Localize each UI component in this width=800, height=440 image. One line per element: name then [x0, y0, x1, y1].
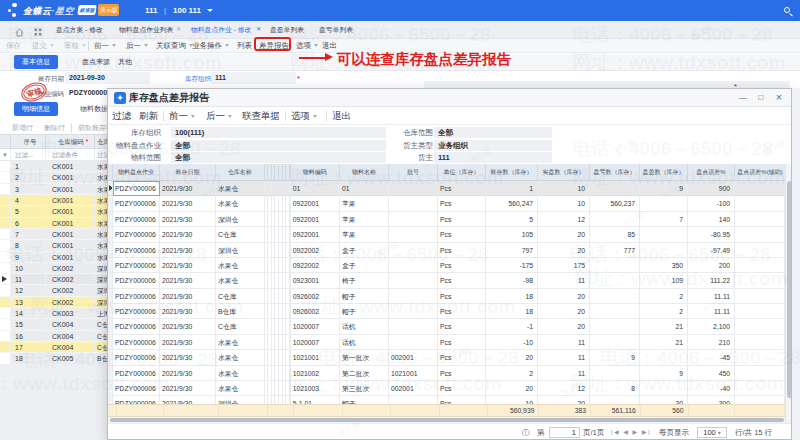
- warehouse-row[interactable]: 13CK002深圳仓: [0, 297, 107, 308]
- column-header[interactable]: 盘盈数（库存）: [640, 164, 688, 180]
- dialog-toolbar-button-2[interactable]: 刷新: [139, 107, 158, 125]
- form-tab-1[interactable]: 基本信息: [14, 55, 58, 69]
- left-panel-button-1[interactable]: 新增行: [12, 121, 33, 134]
- report-row[interactable]: PDZY0000062021/9/30水果仓1021001第一批次002001P…: [108, 350, 791, 365]
- close-icon[interactable]: ×: [771, 89, 787, 107]
- report-row[interactable]: PDZY0000062021/9/30深圳仓0922001苹果Pcs512714…: [108, 212, 791, 227]
- vertical-scrollbar[interactable]: [785, 164, 792, 440]
- report-row[interactable]: PDZY0000062021/9/30水果仓0922002盒子Pcs-17517…: [108, 258, 791, 273]
- column-header[interactable]: 实盘数（库存）: [538, 164, 590, 180]
- report-row[interactable]: PDZY0000062021/9/30C仓库0926002帽子Pcs182021…: [108, 289, 791, 304]
- doc-tab-2[interactable]: 物料盘点作业列表: [119, 21, 173, 39]
- org-field-input[interactable]: 111: [211, 72, 296, 84]
- org-caret-icon[interactable]: [207, 0, 213, 21]
- per-page-select[interactable]: 100▾: [697, 427, 727, 438]
- left-panel-button-2[interactable]: 删除行: [44, 121, 65, 134]
- report-row[interactable]: PDZY0000062021/9/30水果仓1020007话机Pcs-10112…: [108, 335, 791, 350]
- dialog-titlebar[interactable]: 库存盘点差异报告 — □ ×: [108, 89, 791, 107]
- warehouse-row[interactable]: 4CK001水果仓: [0, 195, 107, 206]
- doc-tab-5[interactable]: 盘亏单列表: [319, 21, 353, 39]
- column-header[interactable]: 仓库编码 *: [46, 135, 95, 148]
- column-header[interactable]: 账存数（库存）: [486, 164, 538, 180]
- toolbar-item-5-button[interactable]: 后一: [126, 39, 148, 53]
- column-header[interactable]: [265, 164, 291, 180]
- filter-cell[interactable]: 过滤: [95, 149, 107, 160]
- toolbar-item-10-button[interactable]: 选项: [296, 39, 318, 53]
- column-header[interactable]: [0, 135, 11, 148]
- dialog-filter-input[interactable]: 111: [434, 152, 552, 163]
- warehouse-row[interactable]: 17CK004C仓库: [0, 342, 107, 353]
- warehouse-row[interactable]: 18CK005B仓库: [0, 353, 107, 364]
- column-header[interactable]: 仓库名称: [216, 164, 265, 180]
- column-header[interactable]: 物料编码: [291, 164, 340, 180]
- minimize-icon[interactable]: —: [735, 89, 751, 107]
- report-row[interactable]: PDZY0000062021/9/30水果仓0101Pcs1109900: [108, 181, 791, 196]
- left-panel-tab-1[interactable]: 明细信息: [14, 102, 58, 116]
- report-row[interactable]: PDZY0000062021/9/30水果仓0922001苹果Pcs560,24…: [108, 196, 791, 211]
- warehouse-row[interactable]: 11CK002深圳仓: [0, 274, 107, 285]
- column-header[interactable]: 单位（库存）: [438, 164, 486, 180]
- dialog-toolbar-button-3[interactable]: 前一: [169, 107, 195, 125]
- form-tab-3[interactable]: 其他: [110, 55, 140, 69]
- report-row[interactable]: PDZY0000062021/9/30水果仓0923001椅子Pcs-98111…: [108, 273, 791, 288]
- pager-arrows[interactable]: |◀ ◀ ▶ ▶|: [611, 424, 651, 440]
- dialog-toolbar-button-5[interactable]: 联查单据: [242, 107, 280, 125]
- topbar-org-switcher[interactable]: 100 111: [173, 0, 201, 21]
- filter-icon[interactable]: ▼: [0, 149, 11, 160]
- column-header[interactable]: 批号: [389, 164, 438, 180]
- warehouse-row[interactable]: 5CK001水果仓: [0, 206, 107, 217]
- dialog-toolbar-button-7[interactable]: 退出: [332, 107, 351, 125]
- warehouse-row[interactable]: 7CK001水果仓: [0, 229, 107, 240]
- warehouse-row[interactable]: 16CK004C仓库: [0, 331, 107, 342]
- column-header[interactable]: 物料名称: [340, 164, 389, 180]
- warehouse-row[interactable]: 12CK002深圳仓: [0, 285, 107, 296]
- toolbar-item-3-button[interactable]: 审核: [64, 39, 86, 53]
- warehouse-row[interactable]: 1CK001水果仓: [0, 161, 107, 172]
- warehouse-row[interactable]: 8CK001水果仓: [0, 240, 107, 251]
- column-header[interactable]: 序号: [11, 135, 46, 148]
- maximize-icon[interactable]: □: [753, 89, 769, 107]
- warehouse-row[interactable]: 10CK002深圳仓: [0, 263, 107, 274]
- menu-grid-icon[interactable]: [34, 28, 42, 36]
- toolbar-item-4-button[interactable]: 前一: [94, 39, 116, 53]
- org-field-label[interactable]: 库存组织: [130, 75, 211, 84]
- search-icon[interactable]: [784, 7, 793, 16]
- column-header[interactable]: 盘点误差%: [688, 164, 735, 180]
- home-icon[interactable]: [15, 28, 24, 37]
- dialog-filter-input[interactable]: 全部: [434, 127, 552, 138]
- dialog-toolbar-button-6[interactable]: 选项: [291, 107, 317, 125]
- report-row[interactable]: PDZY0000062021/9/30水果仓1021003第三批次002001P…: [108, 381, 791, 396]
- doc-tab-1[interactable]: 盘点方案 - 修改: [56, 21, 103, 39]
- warehouse-row[interactable]: 3CK001水果仓: [0, 184, 107, 195]
- report-row[interactable]: PDZY0000062021/9/30B仓库0926002帽子Pcs182021…: [108, 304, 791, 319]
- column-header[interactable]: 盘点误差%(辅助): [735, 164, 785, 180]
- filter-cell[interactable]: 过滤条件: [46, 149, 95, 160]
- column-header[interactable]: 盘亏数（库存）: [590, 164, 640, 180]
- report-row[interactable]: PDZY0000062021/9/30C仓库1020007话机Pcs-12021…: [108, 319, 791, 334]
- page-input[interactable]: 1: [549, 427, 580, 438]
- doc-tab-3[interactable]: 物料盘点作业 - 修改: [191, 21, 251, 39]
- warehouse-row[interactable]: 9CK001水果仓: [0, 252, 107, 263]
- warehouse-row[interactable]: 2CK001水果仓: [0, 172, 107, 183]
- column-header[interactable]: 物料盘点作业: [113, 164, 160, 180]
- toolbar-item-11-button[interactable]: 退出: [322, 39, 337, 53]
- column-header[interactable]: 账存日期: [160, 164, 216, 180]
- warehouse-row[interactable]: 15CK004C仓库: [0, 319, 107, 330]
- report-row[interactable]: PDZY0000062021/9/30深圳仓0922002盒子Pcs797207…: [108, 243, 791, 258]
- toolbar-item-6-button[interactable]: 关联查询: [156, 39, 193, 53]
- tab-close-icon[interactable]: ✕: [176, 21, 181, 39]
- warehouse-row[interactable]: 6CK001水果仓: [0, 218, 107, 229]
- toolbar-item-2-button[interactable]: 提交: [32, 39, 54, 53]
- topbar-num-left[interactable]: 111: [145, 0, 157, 21]
- info-icon[interactable]: ⓘ: [522, 424, 530, 440]
- dialog-filter-input[interactable]: 业务组织: [434, 140, 552, 151]
- filter-cell[interactable]: 过滤...: [11, 149, 46, 160]
- column-header[interactable]: 仓库名称: [95, 135, 107, 148]
- report-row[interactable]: PDZY0000062021/9/30水果仓1021002第二批次1021001…: [108, 366, 791, 381]
- report-row[interactable]: PDZY0000062021/9/30C仓库0922001苹果Pcs105208…: [108, 227, 791, 242]
- warehouse-row[interactable]: 14CK003上海仓: [0, 308, 107, 319]
- toolbar-item-8-button[interactable]: 列表: [237, 39, 252, 53]
- dialog-toolbar-button-1[interactable]: 过滤: [112, 107, 131, 125]
- toolbar-item-7-button[interactable]: 业务操作: [192, 39, 229, 53]
- dialog-toolbar-button-4[interactable]: 后一: [206, 107, 232, 125]
